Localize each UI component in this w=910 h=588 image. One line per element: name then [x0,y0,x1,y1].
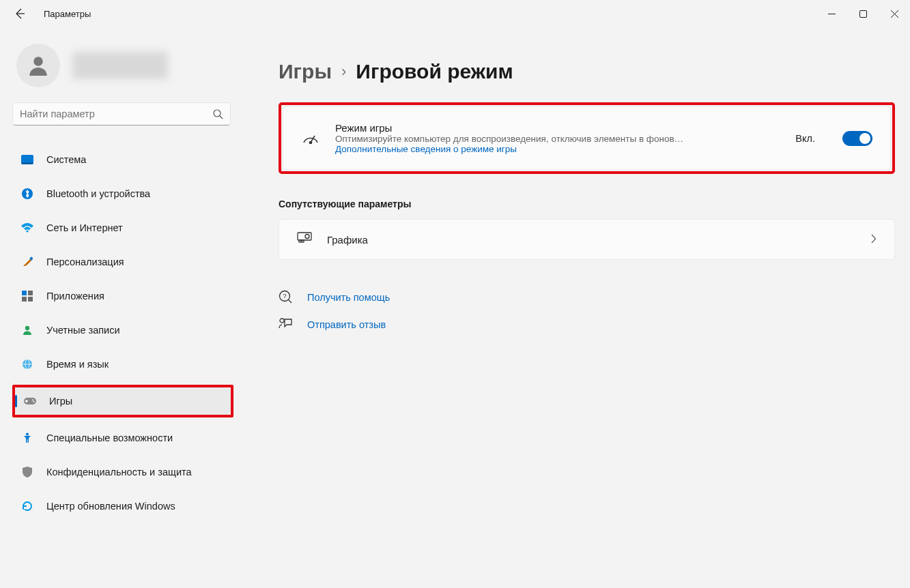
sidebar-item-network[interactable]: Сеть и Интернет [12,214,233,241]
chevron-right-icon: › [341,63,346,80]
sidebar-item-label: Игры [49,396,72,407]
paintbrush-icon [20,255,34,269]
chevron-right-icon [870,234,877,246]
sidebar-item-privacy[interactable]: Конфиденциальность и защита [12,458,233,486]
sidebar-item-label: Центр обновления Windows [46,501,175,512]
titlebar: Параметры [0,0,910,27]
game-mode-status-label: Вкл. [795,133,815,144]
related-item-graphics[interactable]: Графика [279,219,895,260]
svg-rect-31 [302,240,304,242]
svg-rect-15 [28,297,33,302]
game-mode-card: Режим игры Оптимизируйте компьютер для в… [283,106,891,170]
game-mode-title: Режим игры [335,122,780,134]
gauge-icon [301,129,320,148]
minimize-icon [828,10,836,18]
sidebar-item-label: Конфиденциальность и защита [46,467,192,477]
page-title: Игровой режим [356,60,513,83]
nav-list: Система Bluetooth и устройства Сеть и Ин… [12,146,233,527]
game-mode-toggle[interactable] [842,131,872,146]
search-icon [212,108,223,119]
minimize-button[interactable] [816,3,847,24]
svg-point-10 [26,230,28,232]
sidebar-item-label: Время и язык [46,359,109,370]
window-controls [816,3,910,24]
sidebar-item-personalization[interactable]: Персонализация [12,248,233,276]
profile-name-redacted [72,52,168,79]
get-help-row[interactable]: ? Получить помощь [279,290,895,305]
support-section: ? Получить помощь Отправить отзыв [279,290,895,332]
sidebar-item-label: Специальные возможности [46,432,173,443]
breadcrumb: Игры › Игровой режим [279,60,895,83]
maximize-button[interactable] [847,3,879,24]
sidebar-highlight-box: Игры [12,385,233,417]
close-button[interactable] [879,3,910,24]
get-help-link[interactable]: Получить помощь [307,292,390,303]
close-icon [891,10,898,18]
game-mode-highlight-box: Режим игры Оптимизируйте компьютер для в… [279,102,895,174]
sidebar: Система Bluetooth и устройства Сеть и Ин… [0,27,246,588]
feedback-icon [279,317,294,332]
sidebar-item-label: Персонализация [46,256,124,267]
svg-point-34 [280,319,284,323]
game-mode-description: Оптимизируйте компьютер для воспроизведе… [335,134,731,144]
svg-text:?: ? [283,293,286,299]
display-icon [20,153,34,166]
settings-window: Параметры [0,0,910,588]
back-button[interactable] [8,2,31,25]
svg-point-24 [33,401,35,402]
svg-rect-12 [22,291,27,295]
avatar [16,44,60,87]
related-section-title: Сопутствующие параметры [279,199,895,209]
svg-rect-8 [22,162,33,164]
person-icon [26,53,51,78]
window-title: Параметры [44,9,91,19]
apps-icon [20,289,34,303]
arrow-left-icon [14,8,25,19]
help-icon: ? [279,290,294,305]
svg-point-4 [33,57,43,66]
svg-rect-13 [28,291,33,295]
game-mode-learn-more-link[interactable]: Дополнительные сведения о режиме игры [335,144,780,154]
bluetooth-icon [20,187,34,201]
profile-section[interactable] [12,44,233,87]
svg-point-25 [26,433,29,436]
sidebar-item-games[interactable]: Игры [15,387,231,415]
svg-point-27 [309,141,311,143]
sidebar-item-bluetooth[interactable]: Bluetooth и устройства [12,180,233,207]
sidebar-item-time-language[interactable]: Время и язык [12,351,233,378]
search-input[interactable] [20,108,212,119]
send-feedback-row[interactable]: Отправить отзыв [279,317,895,332]
svg-rect-14 [22,297,27,302]
sidebar-item-accessibility[interactable]: Специальные возможности [12,424,233,452]
shield-icon [20,465,34,479]
accessibility-icon [20,431,34,445]
graphics-card-icon [297,232,312,247]
person-small-icon [20,323,34,337]
sidebar-item-accounts[interactable]: Учетные записи [12,317,233,344]
breadcrumb-root[interactable]: Игры [279,60,332,83]
sidebar-item-system[interactable]: Система [12,146,233,173]
titlebar-left: Параметры [8,2,91,25]
gamepad-icon [23,394,37,408]
svg-rect-1 [859,10,866,17]
svg-point-5 [214,110,221,117]
search-box[interactable] [12,102,231,126]
sidebar-item-label: Учетные записи [46,325,120,336]
main-content: Игры › Игровой режим Режим игры Оптимизи… [246,27,910,588]
sidebar-item-windows-update[interactable]: Центр обновления Windows [12,493,233,520]
svg-point-16 [25,326,29,330]
svg-point-23 [32,400,33,401]
game-mode-body: Режим игры Оптимизируйте компьютер для в… [335,122,780,154]
sidebar-item-apps[interactable]: Приложения [12,282,233,310]
wifi-icon [20,221,34,235]
svg-rect-22 [25,400,28,402]
sidebar-item-label: Приложения [46,291,104,302]
related-item-label: Графика [327,234,855,246]
update-icon [20,499,34,513]
sidebar-item-label: Сеть и Интернет [46,222,123,233]
send-feedback-link[interactable]: Отправить отзыв [307,319,386,330]
svg-rect-30 [299,240,301,242]
svg-line-6 [220,116,223,119]
svg-point-29 [305,235,309,239]
sidebar-item-label: Система [46,154,86,165]
